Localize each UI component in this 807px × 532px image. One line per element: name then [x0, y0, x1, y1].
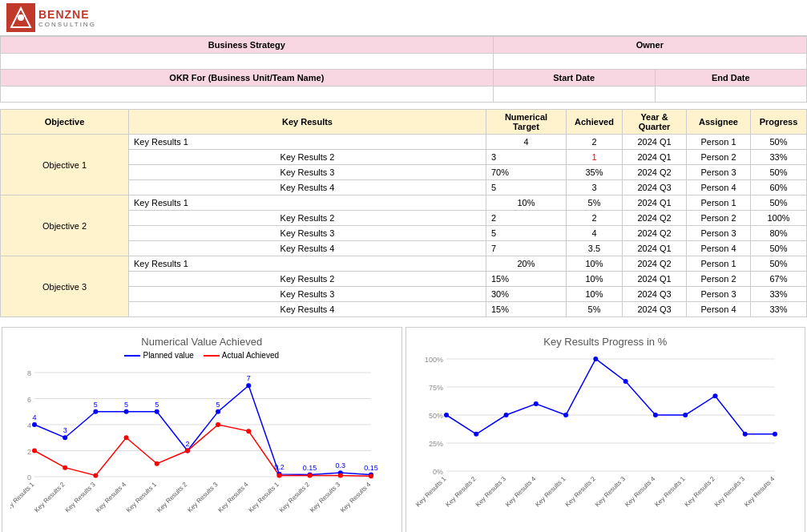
- kr-cell: Key Results 4: [129, 180, 486, 195]
- achieved-cell: 35%: [567, 165, 623, 180]
- svg-text:0: 0: [27, 474, 31, 482]
- assignee-cell: Person 1: [687, 135, 751, 150]
- kr-cell: Key Results 3: [129, 226, 486, 241]
- svg-text:Key Results 3: Key Results 3: [186, 481, 220, 514]
- target-cell: 30%: [486, 287, 567, 302]
- progress-cell: 50%: [751, 165, 807, 180]
- logo-brand: BENZNE: [38, 8, 96, 21]
- svg-text:7: 7: [247, 374, 251, 382]
- aq-cell: 2024 Q2: [623, 165, 687, 180]
- chart2-title: Key Results Progress in %: [414, 336, 797, 348]
- objective-cell: Objective 1: [1, 135, 129, 195]
- target-cell: 7: [486, 241, 567, 256]
- svg-point-38: [93, 473, 98, 478]
- assignee-cell: Person 3: [687, 226, 751, 241]
- col-numerical-target: Numerical Target: [486, 110, 567, 135]
- achieved-cell: 4: [567, 226, 623, 241]
- progress-cell: 50%: [751, 241, 807, 256]
- svg-text:Key Results 2: Key Results 2: [683, 475, 716, 509]
- achieved-cell: 5%: [567, 195, 623, 211]
- svg-point-73: [533, 401, 538, 406]
- chart1-title: Numerical Value Achieved: [10, 336, 393, 348]
- aq-cell: 2024 Q1: [623, 195, 687, 211]
- assignee-cell: Person 3: [687, 165, 751, 180]
- owner-header: Owner: [493, 37, 806, 54]
- svg-text:Key Results 3: Key Results 3: [712, 475, 746, 509]
- svg-point-20: [155, 409, 159, 414]
- svg-point-18: [124, 409, 129, 414]
- kr-cell: Key Results 1: [129, 195, 486, 211]
- chart-progress: Key Results Progress in % 0%25%50%75%100…: [406, 327, 806, 532]
- col-achieved: Achieved: [567, 110, 623, 135]
- okr-table: Objective Key Results Numerical Target A…: [0, 109, 807, 317]
- col-objective: Objective: [1, 110, 129, 135]
- aq-cell: 2024 Q1: [623, 150, 687, 165]
- svg-text:Key Results 3: Key Results 3: [309, 481, 342, 514]
- progress-cell: 50%: [751, 256, 807, 272]
- svg-point-81: [773, 432, 777, 437]
- assignee-cell: Person 1: [687, 256, 751, 272]
- achieved-cell: 10%: [567, 272, 623, 287]
- svg-point-77: [652, 413, 657, 417]
- table-row: Objective 3Key Results 120%10%2024 Q2Per…: [1, 256, 807, 272]
- svg-text:2: 2: [185, 440, 189, 448]
- svg-text:75%: 75%: [428, 384, 442, 392]
- business-strategy-header: Business Strategy: [1, 37, 494, 54]
- chart2-svg: 0%25%50%75%100%Key Results 1Key Results …: [414, 351, 783, 527]
- svg-point-79: [712, 393, 717, 398]
- aq-cell: 2024 Q1: [623, 241, 687, 256]
- aq-cell: 2024 Q1: [623, 135, 687, 150]
- okr-value: [1, 87, 494, 103]
- svg-point-41: [185, 449, 190, 453]
- svg-point-14: [63, 435, 67, 440]
- legend-actual-label: Actual Achieved: [222, 351, 279, 360]
- okr-label: OKR For (Business Unit/Team Name): [1, 70, 494, 87]
- target-cell: 4: [486, 135, 567, 150]
- assignee-cell: Person 2: [687, 272, 751, 287]
- svg-point-70: [444, 413, 449, 417]
- progress-cell: 50%: [751, 135, 807, 150]
- table-row: Objective 1Key Results 1422024 Q1Person …: [1, 135, 807, 150]
- target-cell: 5: [486, 226, 567, 241]
- svg-text:Key Results 4: Key Results 4: [743, 475, 777, 509]
- svg-text:Key Results 2: Key Results 2: [563, 475, 597, 509]
- svg-text:Key Results 4: Key Results 4: [216, 481, 250, 514]
- objective-cell: Objective 3: [1, 256, 129, 317]
- logo-text-block: BENZNE CONSULTING: [38, 8, 96, 28]
- kr-cell: Key Results 1: [129, 256, 486, 272]
- svg-point-43: [246, 429, 251, 433]
- aq-cell: 2024 Q3: [623, 180, 687, 195]
- progress-cell: 33%: [751, 302, 807, 317]
- target-cell: 15%: [486, 272, 567, 287]
- owner-value: [493, 54, 806, 70]
- chart-numerical: Numerical Value Achieved Planned value A…: [2, 327, 402, 532]
- aq-cell: 2024 Q3: [623, 287, 687, 302]
- svg-text:Key Results 3: Key Results 3: [474, 475, 507, 509]
- aq-cell: 2024 Q3: [623, 302, 687, 317]
- svg-text:3: 3: [63, 426, 67, 434]
- kr-cell: Key Results 3: [129, 165, 486, 180]
- svg-point-78: [683, 413, 688, 417]
- svg-point-74: [563, 413, 568, 417]
- svg-text:5: 5: [216, 401, 220, 409]
- svg-text:0.2: 0.2: [274, 463, 284, 471]
- svg-point-24: [216, 409, 220, 414]
- progress-cell: 50%: [751, 195, 807, 211]
- svg-point-47: [369, 474, 373, 478]
- progress-cell: 67%: [751, 272, 807, 287]
- svg-point-36: [32, 449, 37, 453]
- svg-text:Key Results 3: Key Results 3: [64, 481, 98, 514]
- svg-point-12: [32, 422, 37, 427]
- svg-point-80: [742, 432, 747, 437]
- svg-point-40: [155, 461, 159, 466]
- svg-text:4: 4: [27, 421, 31, 429]
- svg-text:Key Results 2: Key Results 2: [444, 475, 478, 509]
- svg-point-72: [503, 413, 508, 417]
- start-date-value: [493, 87, 655, 103]
- svg-text:Key Results 4: Key Results 4: [339, 481, 373, 514]
- legend-actual-line: [204, 355, 220, 357]
- legend-planned: Planned value: [124, 351, 193, 360]
- svg-text:Key Results 1: Key Results 1: [653, 475, 687, 509]
- svg-text:4: 4: [32, 413, 36, 421]
- start-date-label: Start Date: [493, 70, 655, 87]
